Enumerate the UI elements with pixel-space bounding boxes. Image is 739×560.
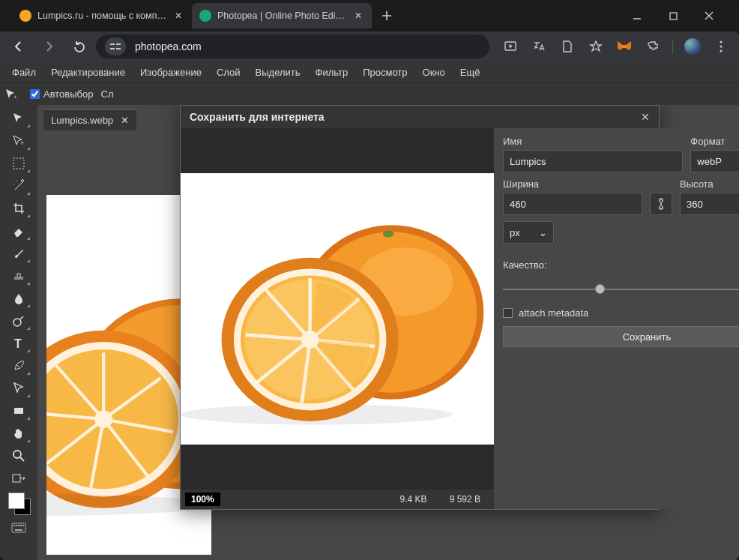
tab-label: Lumpics.ru - помощь с компью [37, 10, 166, 21]
close-icon[interactable]: ✕ [641, 111, 650, 123]
width-label: Ширина [503, 178, 642, 190]
name-input[interactable] [503, 150, 683, 172]
document-tab[interactable]: Lumpics.webp ✕ [43, 109, 136, 130]
rectangle-tool[interactable] [6, 400, 31, 421]
svg-point-59 [383, 231, 394, 238]
save-button[interactable]: Сохранить [503, 326, 739, 347]
svg-point-16 [13, 451, 21, 458]
browser-tab[interactable]: Lumpics.ru - помощь с компью ✕ [12, 3, 192, 28]
divider [672, 39, 673, 54]
bookmark-icon[interactable] [584, 34, 608, 59]
maximize-button[interactable] [663, 5, 684, 26]
hand-tool[interactable] [6, 423, 31, 444]
preview-area[interactable] [181, 128, 494, 490]
svg-rect-17 [13, 475, 20, 482]
brush-tool[interactable] [6, 243, 31, 264]
attach-metadata-checkbox[interactable]: attach metadata [503, 307, 739, 319]
tab-strip: Lumpics.ru - помощь с компью ✕ Photopea … [6, 0, 627, 31]
address-field[interactable]: photopea.com [96, 34, 489, 58]
svg-rect-24 [15, 529, 22, 531]
svg-rect-23 [22, 525, 24, 526]
move-tool[interactable] [6, 108, 31, 129]
menu-file[interactable]: Файл [4, 64, 43, 81]
menu-select[interactable]: Выделить [248, 64, 308, 81]
preview-image [181, 173, 494, 445]
svg-rect-2 [116, 43, 121, 45]
url-text: photopea.com [135, 40, 202, 52]
menu-filter[interactable]: Фильтр [308, 64, 356, 81]
crop-tool[interactable] [6, 198, 31, 219]
chevron-down-icon: ⌄ [539, 227, 547, 238]
format-select[interactable]: webP ⌄ [690, 150, 739, 172]
browser-tab-active[interactable]: Photopea | Online Photo Editor ✕ [192, 3, 372, 28]
svg-point-58 [301, 331, 319, 349]
quality-slider[interactable] [503, 282, 739, 297]
magic-wand-tool[interactable] [6, 175, 31, 196]
svg-text:+: + [13, 94, 17, 100]
menu-view[interactable]: Просмотр [355, 64, 414, 81]
menu-edit[interactable]: Редактирование [43, 64, 133, 81]
translate-icon[interactable] [527, 34, 551, 59]
close-icon[interactable]: ✕ [352, 10, 364, 22]
slider-thumb[interactable] [595, 284, 605, 294]
keyboard-tool[interactable] [6, 517, 31, 538]
back-button[interactable] [6, 34, 31, 59]
menu-layer[interactable]: Слой [209, 64, 248, 81]
tab-label: Photopea | Online Photo Editor [217, 10, 346, 21]
zoom-tool[interactable] [6, 445, 31, 466]
type-tool[interactable]: T [6, 333, 31, 354]
quick-export-tool[interactable] [6, 468, 31, 489]
svg-rect-11 [13, 158, 24, 169]
width-input[interactable] [503, 193, 642, 215]
site-settings-icon[interactable] [105, 37, 126, 55]
close-window-button[interactable] [699, 5, 720, 26]
save-for-web-dialog: Сохранить для интернета ✕ [180, 105, 660, 510]
work-area: + T Lumpi [0, 105, 739, 560]
save-button-label: Сохранить [623, 331, 672, 343]
kebab-menu-icon[interactable] [709, 34, 733, 59]
svg-text:T: T [14, 337, 22, 350]
marquee-tool[interactable] [6, 153, 31, 174]
file-icon[interactable] [555, 34, 579, 59]
svg-rect-20 [16, 525, 17, 526]
minimize-button[interactable] [627, 5, 648, 26]
foreground-color-swatch[interactable] [8, 493, 25, 509]
menu-more[interactable]: Ещё [453, 64, 488, 81]
eraser-tool[interactable] [6, 220, 31, 241]
forward-button[interactable] [36, 34, 61, 59]
svg-point-13 [13, 319, 21, 326]
favicon-icon [19, 10, 31, 22]
svg-rect-21 [18, 525, 19, 526]
new-tab-button[interactable] [376, 5, 397, 26]
install-app-icon[interactable] [498, 34, 522, 59]
svg-rect-3 [110, 48, 115, 49]
zoom-level[interactable]: 100% [185, 493, 220, 506]
menu-window[interactable]: Окно [415, 64, 453, 81]
blur-tool[interactable] [6, 288, 31, 309]
svg-point-6 [720, 40, 722, 43]
link-dimensions-button[interactable] [650, 193, 672, 215]
autoselect-checkbox[interactable]: Автовыбор [30, 88, 94, 100]
reload-button[interactable] [66, 34, 91, 59]
profile-avatar[interactable] [681, 34, 705, 59]
dodge-tool[interactable] [6, 310, 31, 331]
path-select-tool[interactable] [6, 378, 31, 399]
close-icon[interactable]: ✕ [121, 115, 129, 126]
artboard-tool[interactable]: + [6, 130, 31, 151]
dialog-titlebar[interactable]: Сохранить для интернета ✕ [181, 106, 659, 128]
close-icon[interactable]: ✕ [172, 10, 184, 22]
menu-image[interactable]: Изображение [133, 64, 209, 81]
extensions-icon[interactable] [641, 34, 665, 59]
svg-rect-1 [110, 43, 115, 45]
metamask-extension-icon[interactable] [612, 34, 636, 59]
clone-stamp-tool[interactable] [6, 265, 31, 286]
svg-point-7 [720, 45, 722, 47]
autoselect-input[interactable] [30, 89, 40, 99]
color-swatch[interactable] [6, 490, 31, 516]
dialog-body: 100% 9.4 KB 9 592 B Имя [181, 128, 659, 509]
unit-select[interactable]: px ⌄ [503, 221, 554, 244]
checkbox-box[interactable] [503, 308, 513, 318]
pen-tool[interactable] [6, 355, 31, 376]
height-input[interactable] [680, 193, 739, 215]
attach-metadata-label: attach metadata [519, 307, 588, 319]
